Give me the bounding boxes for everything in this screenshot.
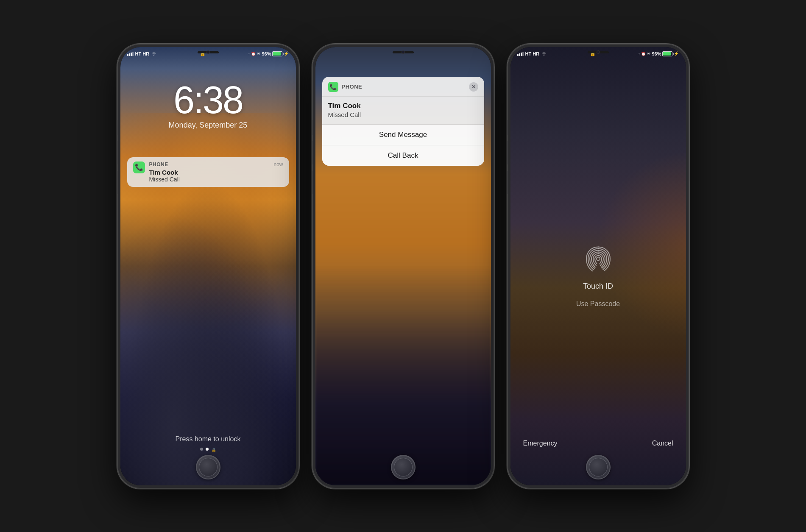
exp-notif-subtitle: Missed Call bbox=[328, 111, 478, 118]
touch-id-container: Touch ID bbox=[581, 242, 615, 290]
touchid-screen: HT HR 🔒 ↑ ⏰ bbox=[510, 47, 686, 485]
status-left-1: HT HR bbox=[127, 51, 157, 56]
charging-icon-1: ⚡ bbox=[284, 51, 289, 56]
time-display-1: 6:38 Monday, September 25 bbox=[120, 81, 296, 130]
use-passcode-text[interactable]: Use Passcode bbox=[510, 300, 686, 308]
exp-actions: Send Message Call Back bbox=[322, 124, 484, 166]
page-dots-1: 🔒 bbox=[120, 448, 296, 452]
cancel-button[interactable]: Cancel bbox=[652, 440, 673, 447]
notif-app-icon-1: 📞 bbox=[133, 162, 145, 173]
signal-bar-3-4 bbox=[522, 52, 524, 56]
signal-bar-3 bbox=[131, 53, 132, 56]
svg-point-0 bbox=[597, 257, 600, 260]
expanded-notification: 📞 PHONE ✕ Tim Cook Missed Call Send Mess… bbox=[322, 77, 484, 166]
carrier-label-3: HT HR bbox=[525, 51, 540, 56]
signal-bar-2 bbox=[129, 53, 130, 56]
notif-app-name-1: PHONE bbox=[149, 162, 168, 167]
lockscreen-2: 📞 PHONE ✕ Tim Cook Missed Call Send Mess… bbox=[315, 47, 491, 485]
home-button-3[interactable] bbox=[586, 455, 611, 479]
status-right-3: ↑ ⏰ ✳ 96% ⚡ bbox=[638, 51, 679, 56]
clock-icon-3: ⏰ bbox=[641, 52, 646, 56]
home-button-inner-2 bbox=[394, 458, 413, 476]
battery-percent-3: 96% bbox=[652, 51, 661, 56]
home-button-1[interactable] bbox=[196, 455, 220, 479]
battery-fill-3 bbox=[663, 52, 671, 56]
signal-bar-1 bbox=[127, 54, 128, 56]
battery-percent-1: 96% bbox=[262, 51, 271, 56]
bluetooth-icon-3: ✳ bbox=[647, 51, 650, 56]
front-camera bbox=[206, 50, 210, 54]
dot-lock: 🔒 bbox=[211, 448, 216, 452]
notif-title-1: Tim Cook bbox=[149, 169, 283, 176]
battery-icon-1 bbox=[272, 51, 282, 56]
iphone-3: HT HR 🔒 ↑ ⏰ bbox=[507, 44, 689, 489]
battery-fill-1 bbox=[273, 52, 281, 56]
home-button-inner-1 bbox=[199, 458, 218, 476]
arrow-icon-1: ↑ bbox=[248, 52, 250, 56]
fingerprint-icon bbox=[581, 242, 615, 276]
notif-time-1: now bbox=[273, 162, 283, 167]
status-left-3: HT HR bbox=[517, 51, 547, 56]
time-date-1: Monday, September 25 bbox=[120, 121, 296, 130]
exp-notif-body: Tim Cook Missed Call bbox=[322, 97, 484, 124]
iphone-1: HT HR 🔒 ↑ ⏰ bbox=[117, 44, 299, 489]
signal-bar-4 bbox=[132, 52, 134, 56]
clock-icon-1: ⏰ bbox=[251, 52, 256, 56]
bluetooth-icon-1: ✳ bbox=[257, 51, 260, 56]
dot-1 bbox=[200, 448, 203, 451]
signal-bar-3-3 bbox=[521, 53, 522, 56]
signal-bars-3 bbox=[517, 52, 524, 56]
bottom-buttons: Emergency Cancel bbox=[510, 440, 686, 447]
carrier-label-1: HT HR bbox=[135, 51, 150, 56]
wifi-icon-1 bbox=[151, 51, 157, 56]
phone-icon-1: 📞 bbox=[135, 163, 143, 171]
dot-2-active bbox=[206, 448, 209, 451]
front-camera-3 bbox=[597, 50, 600, 54]
press-home-text: Press home to unlock bbox=[120, 435, 296, 443]
iphone-2: 📞 PHONE ✕ Tim Cook Missed Call Send Mess… bbox=[312, 44, 494, 489]
status-bar-2 bbox=[315, 47, 491, 61]
exp-close-button[interactable]: ✕ bbox=[469, 82, 478, 92]
notif-content-1: PHONE now Tim Cook Missed Call bbox=[149, 162, 283, 183]
arrow-icon-3: ↑ bbox=[638, 52, 640, 56]
exp-notif-header: 📞 PHONE ✕ bbox=[322, 77, 484, 97]
phone2-bottom-blur bbox=[315, 266, 491, 485]
exp-notif-app-name: PHONE bbox=[342, 84, 466, 90]
home-button-2[interactable] bbox=[391, 455, 416, 479]
status-bar-3: HT HR 🔒 ↑ ⏰ bbox=[510, 47, 686, 61]
notif-subtitle-1: Missed Call bbox=[149, 176, 283, 183]
wifi-icon-3 bbox=[541, 51, 547, 56]
time-clock-1: 6:38 bbox=[120, 81, 296, 119]
battery-icon-3 bbox=[662, 51, 672, 56]
lockscreen-1: HT HR 🔒 ↑ ⏰ bbox=[120, 47, 296, 485]
home-button-inner-3 bbox=[589, 458, 608, 476]
send-message-button[interactable]: Send Message bbox=[322, 125, 484, 145]
close-icon-exp: ✕ bbox=[471, 84, 476, 90]
notif-header-1: PHONE now bbox=[149, 162, 283, 167]
battery-3 bbox=[662, 51, 672, 56]
phone-icon-2: 📞 bbox=[329, 84, 337, 90]
notification-banner-1[interactable]: 📞 PHONE now Tim Cook Missed Call bbox=[127, 157, 289, 187]
signal-bar-3-2 bbox=[519, 53, 520, 56]
charging-icon-3: ⚡ bbox=[674, 51, 679, 56]
front-camera-2 bbox=[402, 50, 405, 54]
status-right-1: ↑ ⏰ ✳ 96% ⚡ bbox=[248, 51, 289, 56]
battery-1 bbox=[272, 51, 282, 56]
touch-id-label: Touch ID bbox=[581, 281, 615, 290]
exp-notif-title: Tim Cook bbox=[328, 102, 478, 110]
exp-notif-icon: 📞 bbox=[328, 82, 338, 92]
signal-bars-1 bbox=[127, 52, 134, 56]
signal-bar-3-1 bbox=[517, 54, 519, 56]
call-back-button[interactable]: Call Back bbox=[322, 145, 484, 166]
status-bar-1: HT HR 🔒 ↑ ⏰ bbox=[120, 47, 296, 61]
emergency-button[interactable]: Emergency bbox=[523, 440, 558, 447]
